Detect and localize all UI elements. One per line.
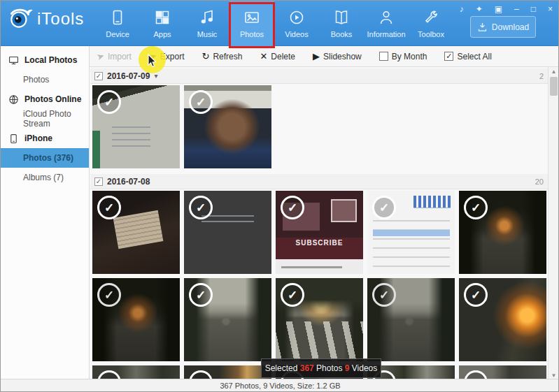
slideshow-button[interactable]: ▶ Slideshow — [313, 51, 362, 61]
itools-window: iTools Device Apps Music — [0, 0, 559, 392]
photo-row: ✓ ✓ ✓ ✓ ✓ — [90, 277, 549, 364]
selected-check-icon[interactable]: ✓ — [189, 283, 213, 307]
highlighted-row-graphic — [373, 230, 450, 236]
tab-label: Books — [331, 30, 353, 38]
photo-thumbnail[interactable]: ✓ — [459, 278, 546, 361]
group-checkbox-checked[interactable]: ✓ — [94, 177, 103, 186]
delete-icon: ✕ — [260, 51, 267, 61]
scrollbar-thumb[interactable] — [550, 77, 558, 96]
selection-toast: Selected 367 Photos 9 Videos — [261, 358, 381, 378]
selected-check-icon[interactable]: ✓ — [464, 196, 488, 219]
photo-thumbnail[interactable]: ✓ — [92, 85, 180, 168]
section-label: iPhone — [24, 133, 52, 143]
selected-check-icon[interactable]: ✓ — [372, 196, 396, 219]
photo-thumbnail[interactable]: ✓ — [184, 365, 271, 380]
scroll-up-arrow[interactable]: ▲ — [549, 67, 559, 76]
group-checkbox-checked[interactable]: ✓ — [94, 72, 103, 80]
export-button[interactable]: ➤ Export — [149, 51, 185, 61]
vertical-scrollbar[interactable]: ▲ ▼ — [548, 67, 558, 380]
section-label: Local Photos — [24, 55, 77, 65]
video-frame — [331, 199, 358, 222]
photos-toolbar: ➤ Import ➤ Export ↻ Refresh ✕ Delete ▶ S… — [90, 46, 559, 67]
photo-thumbnail[interactable]: ✓ — [92, 191, 180, 274]
photo-thumbnail[interactable]: ✓ — [459, 191, 546, 274]
photo-thumbnail[interactable]: ✓ SUBSCRIBE — [276, 191, 363, 274]
selected-check-icon[interactable]: ✓ — [189, 90, 213, 114]
toast-text: Photos — [314, 363, 345, 373]
tab-information[interactable]: Information — [364, 1, 409, 46]
section-label: Photos Online — [24, 94, 81, 104]
selected-check-icon[interactable]: ✓ — [372, 283, 396, 307]
by-month-label: By Month — [392, 52, 427, 61]
books-icon — [333, 8, 350, 27]
close-icon[interactable]: × — [548, 4, 553, 14]
launcher-icon[interactable]: ✦ — [476, 4, 483, 14]
photo-thumbnail[interactable]: ✓ — [92, 365, 180, 380]
selected-check-icon[interactable]: ✓ — [97, 196, 121, 219]
list-rows-graphic — [373, 219, 450, 267]
maximize-icon[interactable]: □ — [531, 4, 536, 14]
toast-text: Selected — [265, 363, 300, 373]
photo-row: ✓ ✓ ✓ SUBSCRIBE ✓ ✓ — [90, 189, 549, 277]
group-count: 20 — [535, 177, 544, 186]
selected-check-icon[interactable]: ✓ — [281, 196, 304, 219]
tab-apps[interactable]: Apps — [140, 1, 185, 46]
photos-icon — [243, 8, 260, 27]
photo-thumbnail[interactable]: ✓ — [367, 278, 455, 361]
item-label: Albums (7) — [23, 173, 64, 182]
group-date: 2016-07-09 — [107, 71, 150, 81]
select-all-checkbox[interactable]: ✓ Select All — [444, 52, 491, 61]
photo-thumbnail[interactable]: ✓ — [367, 191, 455, 274]
tab-device[interactable]: Device — [95, 1, 140, 46]
photo-grid: ✓ 2016-07-09 ▾ 2 ✓ ✓ ✓ 2016-07-08 20 ✓ ✓ — [90, 67, 549, 380]
photo-thumbnail[interactable]: ✓ — [276, 278, 363, 361]
tab-label: Toolbox — [418, 30, 444, 38]
sidebar-item-albums[interactable]: Albums (7) — [1, 168, 89, 187]
tab-label: Music — [197, 30, 218, 38]
sidebar-item-photos-iphone[interactable]: Photos (376) — [1, 148, 89, 168]
main-nav: Device Apps Music Photos — [95, 1, 453, 46]
minimize-icon[interactable]: – — [514, 4, 519, 14]
photo-thumbnail[interactable]: ✓ — [459, 365, 546, 380]
tab-books[interactable]: Books — [319, 1, 364, 46]
slideshow-label: Slideshow — [323, 52, 362, 61]
photo-thumbnail[interactable]: ✓ — [184, 191, 271, 274]
photo-row: ✓ ✓ — [90, 84, 549, 171]
information-icon — [378, 8, 395, 27]
refresh-button[interactable]: ↻ Refresh — [202, 51, 243, 61]
tab-label: Apps — [153, 30, 171, 38]
sidebar-section-photos-online[interactable]: Photos Online — [1, 89, 89, 109]
selected-check-icon[interactable]: ✓ — [281, 283, 304, 307]
tab-videos[interactable]: Videos — [274, 1, 319, 46]
subscribe-banner: SUBSCRIBE — [276, 239, 363, 247]
status-summary: 367 Photos, 9 Videos, Size: 1.2 GB — [220, 382, 340, 390]
delete-button[interactable]: ✕ Delete — [260, 51, 295, 61]
item-label: Photos (376) — [23, 153, 73, 163]
selected-check-icon[interactable]: ✓ — [464, 283, 488, 307]
photo-thumbnail[interactable]: ✓ — [184, 278, 271, 361]
sidebar-section-iphone[interactable]: iPhone — [1, 129, 89, 148]
import-button[interactable]: ➤ Import — [97, 51, 132, 61]
sidebar-item-photos-local[interactable]: Photos — [1, 70, 89, 89]
chevron-down-icon[interactable]: ▾ — [154, 72, 157, 80]
date-group-header: ✓ 2016-07-08 20 — [90, 174, 549, 189]
selected-check-icon[interactable]: ✓ — [189, 196, 213, 219]
group-date: 2016-07-08 — [107, 177, 150, 187]
sidebar-item-icloud-photo-stream[interactable]: iCloud Photo Stream — [1, 109, 89, 129]
download-icon — [477, 22, 488, 32]
videos-icon — [288, 8, 305, 27]
photo-thumbnail[interactable]: ✓ — [92, 278, 180, 361]
selected-check-icon[interactable]: ✓ — [97, 90, 121, 114]
selected-check-icon[interactable]: ✓ — [97, 283, 121, 307]
tab-music[interactable]: Music — [185, 1, 229, 46]
by-month-checkbox[interactable]: By Month — [379, 52, 427, 61]
tab-label: Videos — [285, 30, 308, 38]
music-note-icon[interactable]: ♪ — [460, 4, 464, 14]
restore-icon[interactable]: ▣ — [495, 4, 502, 14]
tab-toolbox[interactable]: Toolbox — [409, 1, 453, 46]
photo-thumbnail[interactable]: ✓ — [184, 85, 271, 168]
download-button[interactable]: Download — [470, 16, 536, 38]
tab-photos[interactable]: Photos — [229, 1, 274, 46]
sidebar-section-local-photos[interactable]: Local Photos — [1, 50, 89, 70]
import-label: Import — [108, 52, 132, 61]
